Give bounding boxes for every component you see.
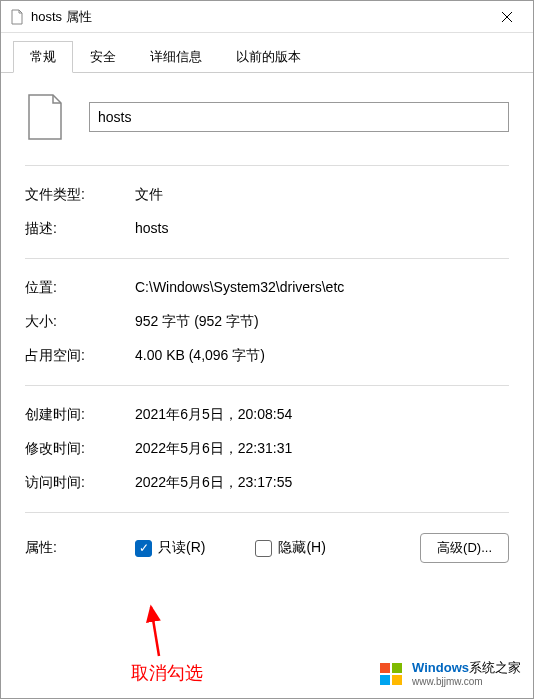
file-header [25,93,509,141]
tab-security[interactable]: 安全 [73,41,133,72]
row-accessed: 访问时间: 2022年5月6日，23:17:55 [25,466,509,500]
accessed-value: 2022年5月6日，23:17:55 [135,474,509,492]
svg-rect-3 [392,663,402,673]
watermark: Windows系统之家 www.bjjmw.com [378,660,521,688]
row-created: 创建时间: 2021年6月5日，20:08:54 [25,398,509,432]
attribute-checkboxes: ✓ 只读(R) 隐藏(H) [135,539,420,557]
disk-size-value: 4.00 KB (4,096 字节) [135,347,509,365]
created-value: 2021年6月5日，20:08:54 [135,406,509,424]
file-icon-small [9,9,25,25]
created-label: 创建时间: [25,406,135,424]
row-file-type: 文件类型: 文件 [25,178,509,212]
watermark-brand-suffix: 系统之家 [469,660,521,675]
watermark-brand: Windows系统之家 [412,660,521,676]
filename-input[interactable] [89,102,509,132]
disk-size-label: 占用空间: [25,347,135,365]
modified-label: 修改时间: [25,440,135,458]
hidden-label: 隐藏(H) [278,539,325,557]
watermark-text: Windows系统之家 www.bjjmw.com [412,660,521,688]
row-location: 位置: C:\Windows\System32\drivers\etc [25,271,509,305]
tabs: 常规 安全 详细信息 以前的版本 [1,33,533,73]
svg-rect-2 [380,663,390,673]
row-attributes: 属性: ✓ 只读(R) 隐藏(H) 高级(D)... [25,525,509,571]
watermark-brand-prefix: Windows [412,660,469,675]
row-description: 描述: hosts [25,212,509,246]
file-icon [25,93,65,141]
hidden-checkbox[interactable] [255,540,272,557]
close-icon [501,11,513,23]
row-modified: 修改时间: 2022年5月6日，22:31:31 [25,432,509,466]
size-label: 大小: [25,313,135,331]
modified-value: 2022年5月6日，22:31:31 [135,440,509,458]
description-label: 描述: [25,220,135,238]
location-value: C:\Windows\System32\drivers\etc [135,279,509,297]
readonly-group: ✓ 只读(R) [135,539,205,557]
separator [25,258,509,259]
attributes-label: 属性: [25,539,135,557]
advanced-button[interactable]: 高级(D)... [420,533,509,563]
tab-previous-versions[interactable]: 以前的版本 [219,41,318,72]
readonly-label: 只读(R) [158,539,205,557]
separator [25,385,509,386]
content-panel: 文件类型: 文件 描述: hosts 位置: C:\Windows\System… [1,73,533,591]
separator [25,165,509,166]
description-value: hosts [135,220,509,238]
window-title: hosts 属性 [31,8,92,26]
size-value: 952 字节 (952 字节) [135,313,509,331]
readonly-checkbox[interactable]: ✓ [135,540,152,557]
watermark-url: www.bjjmw.com [412,676,521,688]
titlebar-left: hosts 属性 [9,8,92,26]
tab-general[interactable]: 常规 [13,41,73,73]
separator [25,512,509,513]
hidden-group: 隐藏(H) [255,539,325,557]
row-disk-size: 占用空间: 4.00 KB (4,096 字节) [25,339,509,373]
close-button[interactable] [487,2,527,32]
location-label: 位置: [25,279,135,297]
windows-logo-icon [378,660,406,688]
tab-details[interactable]: 详细信息 [133,41,219,72]
file-type-value: 文件 [135,186,509,204]
annotation-arrow [141,601,181,661]
svg-rect-4 [380,675,390,685]
accessed-label: 访问时间: [25,474,135,492]
row-size: 大小: 952 字节 (952 字节) [25,305,509,339]
svg-rect-5 [392,675,402,685]
file-type-label: 文件类型: [25,186,135,204]
svg-line-1 [151,607,159,656]
annotation-text: 取消勾选 [131,661,203,685]
titlebar: hosts 属性 [1,1,533,33]
